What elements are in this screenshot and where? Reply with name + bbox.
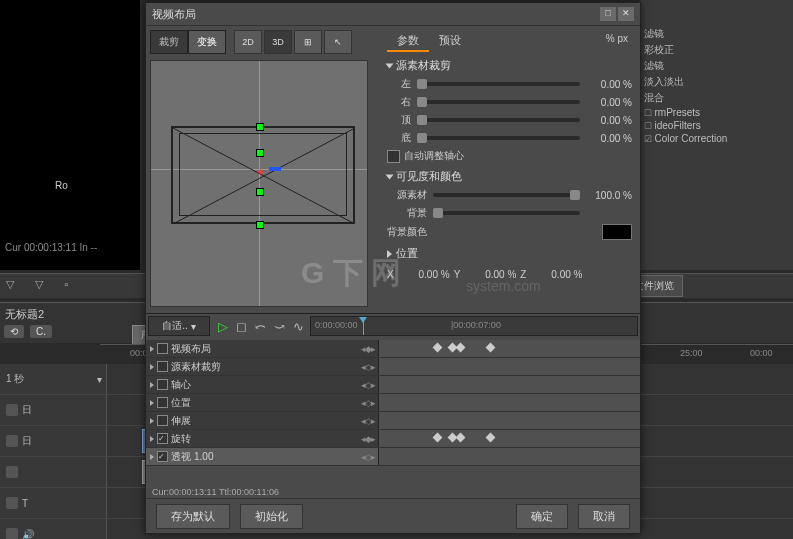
keyframe-nav[interactable]: ◂◇▸	[361, 452, 375, 462]
fx-item[interactable]: 淡入淡出	[640, 74, 793, 90]
keyframe-row-label[interactable]: 伸展◂◇▸	[146, 412, 379, 429]
keyframe-row-label[interactable]: 源素材裁剪◂◇▸	[146, 358, 379, 375]
cut-button[interactable]: C.	[30, 325, 52, 338]
mute-icon[interactable]	[6, 435, 18, 447]
keyframe-track[interactable]	[379, 340, 640, 357]
param-value[interactable]: 0.00 %	[586, 79, 632, 90]
keyframe-row-label[interactable]: 位置◂◇▸	[146, 394, 379, 411]
keyframe-nav[interactable]: ◂◇▸	[361, 362, 375, 372]
grid-button[interactable]: ⊞	[294, 30, 322, 54]
mute-icon[interactable]	[6, 466, 18, 478]
keyframe-track[interactable]	[379, 394, 640, 411]
next-kf-button[interactable]: ⤻	[274, 319, 285, 334]
slider-track[interactable]	[417, 136, 580, 140]
slider-track[interactable]	[433, 211, 580, 215]
track-header[interactable]: 🔊	[0, 519, 107, 539]
enable-checkbox[interactable]	[157, 397, 168, 408]
save-default-button[interactable]: 存为默认	[156, 504, 230, 529]
section-position[interactable]: 位置	[387, 246, 632, 261]
tab-transform[interactable]: 变换	[188, 30, 226, 54]
tool-icon[interactable]: ▽	[35, 278, 49, 292]
keyframe-track[interactable]	[379, 376, 640, 393]
keyframe-track[interactable]	[379, 358, 640, 375]
keyframe-diamond[interactable]	[456, 433, 466, 443]
unit-toggle[interactable]: % px	[602, 30, 632, 52]
slider-track[interactable]	[417, 100, 580, 104]
audio-icon[interactable]	[6, 528, 18, 539]
prev-kf-button[interactable]: ⤺	[255, 319, 266, 334]
disclosure-icon[interactable]	[150, 382, 154, 388]
keyframe-track[interactable]	[379, 412, 640, 429]
handle-bottom[interactable]	[256, 221, 264, 229]
axis-value[interactable]: 0.00 %	[398, 269, 450, 280]
track-header[interactable]: T	[0, 488, 107, 518]
preview-canvas[interactable]: ✦	[150, 60, 368, 307]
keyframe-diamond[interactable]	[486, 343, 496, 353]
axis-value[interactable]: 0.00 %	[530, 269, 582, 280]
keyframe-diamond[interactable]	[433, 433, 443, 443]
keyframe-row[interactable]: 源素材裁剪◂◇▸	[146, 358, 640, 376]
slider-track[interactable]	[417, 118, 580, 122]
keyframe-nav[interactable]: ◂◆▸	[361, 344, 375, 354]
fit-button[interactable]: 自适.. ▾	[148, 316, 210, 336]
row-value[interactable]: 1.00	[194, 451, 213, 462]
fx-item[interactable]: 混合	[640, 90, 793, 106]
enable-checkbox[interactable]	[157, 361, 168, 372]
handle-mid[interactable]	[256, 149, 264, 157]
disclosure-icon[interactable]	[150, 454, 154, 460]
tool-icon[interactable]: ▽	[6, 278, 20, 292]
disclosure-icon[interactable]	[150, 346, 154, 352]
param-value[interactable]: 0.00 %	[586, 115, 632, 126]
fx-item[interactable]: 滤镜	[640, 26, 793, 42]
keyframe-row[interactable]: 旋转◂◆▸	[146, 430, 640, 448]
axis-value[interactable]: 0.00 %	[464, 269, 516, 280]
dialog-titlebar[interactable]: 视频布局 □ ✕	[146, 3, 640, 26]
keyframe-row[interactable]: 位置◂◇▸	[146, 394, 640, 412]
loop-button[interactable]: ⟲	[4, 325, 24, 338]
keyframe-row-label[interactable]: 视频布局◂◆▸	[146, 340, 379, 357]
mute-icon[interactable]	[6, 497, 18, 509]
center-cross-icon[interactable]: ✦	[256, 166, 265, 179]
fx-item[interactable]: 彩校正	[640, 42, 793, 58]
track-header[interactable]	[0, 457, 107, 487]
track-header[interactable]: 1 秒 ▾	[0, 364, 107, 394]
disclosure-icon[interactable]	[150, 418, 154, 424]
enable-checkbox[interactable]	[157, 451, 168, 462]
keyframe-diamond[interactable]	[486, 433, 496, 443]
disclosure-icon[interactable]	[150, 436, 154, 442]
keyframe-nav[interactable]: ◂◆▸	[361, 434, 375, 444]
close-button[interactable]: ✕	[618, 7, 634, 21]
color-swatch[interactable]	[602, 224, 632, 240]
keyframe-diamond[interactable]	[433, 343, 443, 353]
keyframe-nav[interactable]: ◂◇▸	[361, 416, 375, 426]
tool-icon[interactable]: ▫	[64, 278, 78, 292]
checkbox-icon[interactable]	[387, 150, 400, 163]
cancel-button[interactable]: 取消	[578, 504, 630, 529]
handle-mid2[interactable]	[256, 188, 264, 196]
handle-top[interactable]	[256, 123, 264, 131]
auto-axis-check[interactable]: 自动调整轴心	[387, 149, 632, 163]
ok-button[interactable]: 确定	[516, 504, 568, 529]
mode-2d-button[interactable]: 2D	[234, 30, 262, 54]
playhead-icon[interactable]	[363, 317, 364, 335]
axis-handle[interactable]	[269, 167, 281, 171]
param-value[interactable]: 100.0 %	[586, 190, 632, 201]
enable-checkbox[interactable]	[157, 415, 168, 426]
track-header[interactable]: 日	[0, 395, 107, 425]
param-value[interactable]: 0.00 %	[586, 97, 632, 108]
section-visibility[interactable]: 可见度和颜色	[387, 169, 632, 184]
pointer-button[interactable]: ↖	[324, 30, 352, 54]
keyframe-row-label[interactable]: 旋转◂◆▸	[146, 430, 379, 447]
disclosure-icon[interactable]	[150, 364, 154, 370]
slider-track[interactable]	[433, 193, 580, 197]
enable-checkbox[interactable]	[157, 433, 168, 444]
keyframe-diamond[interactable]	[456, 343, 466, 353]
keyframe-nav[interactable]: ◂◇▸	[361, 398, 375, 408]
tab-params[interactable]: 参数	[387, 30, 429, 52]
fx-item[interactable]: ideoFilters	[640, 119, 793, 132]
loop-button[interactable]: ◻	[236, 319, 247, 334]
fx-item[interactable]: 滤镜	[640, 58, 793, 74]
maximize-button[interactable]: □	[600, 7, 616, 21]
initialize-button[interactable]: 初始化	[240, 504, 303, 529]
keyframe-row[interactable]: 轴心◂◇▸	[146, 376, 640, 394]
